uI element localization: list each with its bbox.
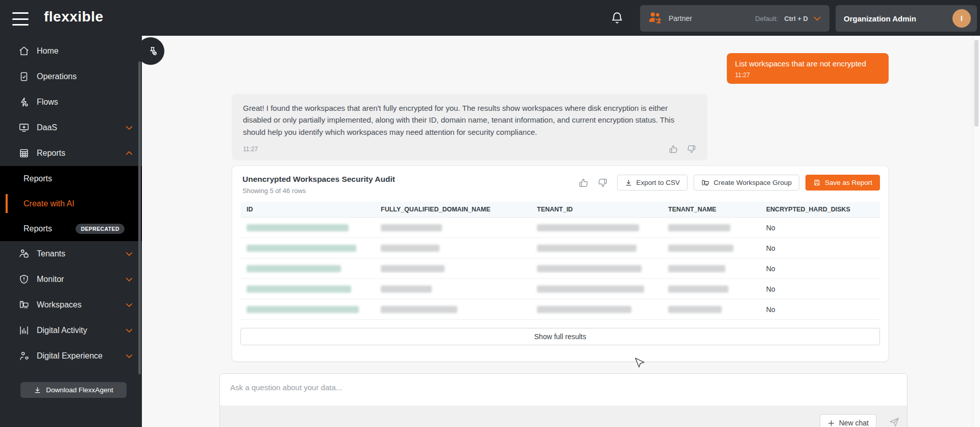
column-header[interactable]: ID bbox=[240, 202, 375, 217]
avatar: I bbox=[952, 9, 971, 28]
table-row[interactable]: No bbox=[240, 238, 880, 258]
chevron-down-icon bbox=[812, 13, 822, 23]
redacted-fqdn-cell bbox=[381, 224, 442, 231]
monitor-icon bbox=[18, 274, 30, 285]
redacted-id-cell bbox=[247, 286, 351, 293]
user-message-text: List workspaces that are not encrypted bbox=[735, 59, 880, 69]
chevron-down-icon bbox=[125, 275, 134, 284]
chat-question-input[interactable] bbox=[220, 374, 907, 406]
digital-experience-icon bbox=[18, 350, 30, 362]
digital-activity-icon bbox=[18, 325, 30, 336]
redacted-tenant-id-cell bbox=[537, 286, 644, 293]
chevron-down-icon bbox=[125, 326, 134, 335]
chevron-down-icon bbox=[125, 300, 134, 310]
column-header[interactable]: FULLY_QUALIFIED_DOMAIN_NAME bbox=[375, 202, 531, 217]
menu-icon[interactable] bbox=[12, 11, 29, 27]
deprecated-badge: DEPRECATED bbox=[76, 224, 125, 234]
sidebar-item-daas[interactable]: DaaS bbox=[0, 115, 142, 140]
sidebar-nav-bottom: TenantsMonitorWorkspacesDigital Activity… bbox=[0, 241, 142, 369]
create-workspace-group-button[interactable]: Create Workspace Group bbox=[694, 175, 799, 191]
encrypted-hard-disks-cell: No bbox=[760, 279, 880, 299]
save-as-report-button[interactable]: Save as Report bbox=[805, 175, 880, 191]
thumbs-down-icon[interactable] bbox=[597, 177, 608, 188]
tenants-icon bbox=[18, 248, 30, 259]
account-menu[interactable]: Organization Admin I bbox=[836, 5, 977, 32]
table-row[interactable]: No bbox=[240, 279, 880, 299]
column-header[interactable]: TENANT_NAME bbox=[662, 202, 760, 217]
sidebar-item-operations[interactable]: Operations bbox=[0, 64, 142, 89]
sidebar-subitem-reports-deprecated[interactable]: ReportsDEPRECATED bbox=[0, 216, 142, 241]
reports-icon bbox=[18, 148, 30, 159]
chevron-down-icon bbox=[125, 249, 134, 258]
new-chat-button[interactable]: New chat bbox=[820, 414, 876, 427]
sidebar-item-tenants[interactable]: Tenants bbox=[0, 241, 142, 267]
sidebar-scrollbar[interactable] bbox=[138, 61, 141, 374]
download-icon bbox=[34, 386, 41, 394]
table-row[interactable]: No bbox=[240, 299, 880, 320]
show-full-results-button[interactable]: Show full results bbox=[240, 328, 880, 345]
app-logo: flexxible bbox=[44, 9, 104, 25]
redacted-tenant-id-cell bbox=[537, 224, 639, 231]
thumbs-up-icon[interactable] bbox=[669, 144, 679, 154]
workspace-group-icon bbox=[701, 179, 709, 187]
redacted-tenant-name-cell bbox=[668, 286, 728, 293]
redacted-fqdn-cell bbox=[381, 245, 439, 252]
redacted-id-cell bbox=[247, 224, 349, 231]
chevron-down-icon bbox=[125, 123, 134, 132]
encrypted-hard-disks-cell: No bbox=[760, 258, 880, 278]
encrypted-hard-disks-cell: No bbox=[760, 218, 880, 238]
sidebar-subitem-create-with-ai[interactable]: Create with AI bbox=[0, 191, 142, 216]
page-scrollbar-thumb[interactable] bbox=[974, 40, 978, 127]
results-card: Unencrypted Workspaces Security Audit Sh… bbox=[232, 165, 889, 362]
redacted-tenant-id-cell bbox=[537, 245, 636, 252]
chat-input-panel: New chat bbox=[219, 373, 908, 427]
thumbs-up-icon[interactable] bbox=[578, 177, 590, 188]
download-flexxagent-button[interactable]: Download FlexxAgent bbox=[20, 382, 127, 398]
sidebar-item-digital-activity[interactable]: Digital Activity bbox=[0, 318, 142, 343]
export-csv-button[interactable]: Export to CSV bbox=[617, 175, 688, 191]
table-row[interactable]: No bbox=[240, 218, 880, 238]
operations-icon bbox=[18, 71, 30, 82]
sidebar-item-monitor[interactable]: Monitor bbox=[0, 267, 142, 292]
sidebar-item-workspaces[interactable]: Workspaces bbox=[0, 292, 142, 318]
column-header[interactable]: ENCRYPTED_HARD_DISKS bbox=[760, 202, 880, 217]
save-icon bbox=[813, 179, 821, 186]
assistant-message: Great! I found the workspaces that aren'… bbox=[232, 94, 707, 160]
results-table: IDFULLY_QUALIFIED_DOMAIN_NAMETENANT_IDTE… bbox=[240, 202, 880, 320]
sidebar-subitem-reports[interactable]: Reports bbox=[0, 166, 142, 191]
encrypted-hard-disks-cell: No bbox=[760, 238, 880, 258]
sidebar-item-home[interactable]: Home bbox=[0, 38, 142, 64]
send-button[interactable] bbox=[889, 416, 900, 427]
flows-icon bbox=[18, 97, 30, 108]
redacted-fqdn-cell bbox=[381, 306, 457, 313]
page-scrollbar[interactable] bbox=[973, 36, 980, 427]
sidebar-item-digital-experience[interactable]: Digital Experience bbox=[0, 343, 142, 369]
pin-toggle[interactable] bbox=[137, 37, 164, 65]
sidebar-item-flows[interactable]: Flows bbox=[0, 89, 142, 115]
column-header[interactable]: TENANT_ID bbox=[531, 202, 662, 217]
redacted-id-cell bbox=[247, 306, 359, 313]
home-icon bbox=[18, 45, 30, 57]
account-name: Organization Admin bbox=[844, 14, 916, 23]
notifications-bell-icon[interactable] bbox=[610, 11, 624, 25]
redacted-tenant-id-cell bbox=[537, 265, 642, 272]
redacted-fqdn-cell bbox=[381, 286, 432, 293]
workspaces-icon bbox=[18, 299, 30, 311]
partner-icon bbox=[647, 10, 664, 27]
daas-icon bbox=[18, 122, 30, 133]
user-message-bubble: List workspaces that are not encrypted 1… bbox=[727, 53, 889, 84]
encrypted-hard-disks-cell: No bbox=[760, 299, 880, 319]
thumbs-down-icon[interactable] bbox=[686, 144, 696, 154]
redacted-id-cell bbox=[247, 265, 341, 272]
redacted-tenant-name-cell bbox=[668, 224, 730, 231]
partner-selector[interactable]: Partner Default:Ctrl + D bbox=[640, 5, 829, 32]
download-icon bbox=[625, 179, 632, 186]
redacted-tenant-name-cell bbox=[668, 306, 722, 313]
user-message-time: 11:27 bbox=[735, 72, 880, 79]
sidebar-item-reports[interactable]: Reports bbox=[0, 140, 142, 166]
table-row[interactable]: No bbox=[240, 258, 880, 279]
partner-default-prefix: Default: bbox=[755, 15, 778, 22]
table-body: NoNoNoNoNo bbox=[240, 218, 880, 320]
pin-icon bbox=[147, 45, 158, 57]
partner-shortcut: Ctrl + D bbox=[784, 15, 808, 22]
